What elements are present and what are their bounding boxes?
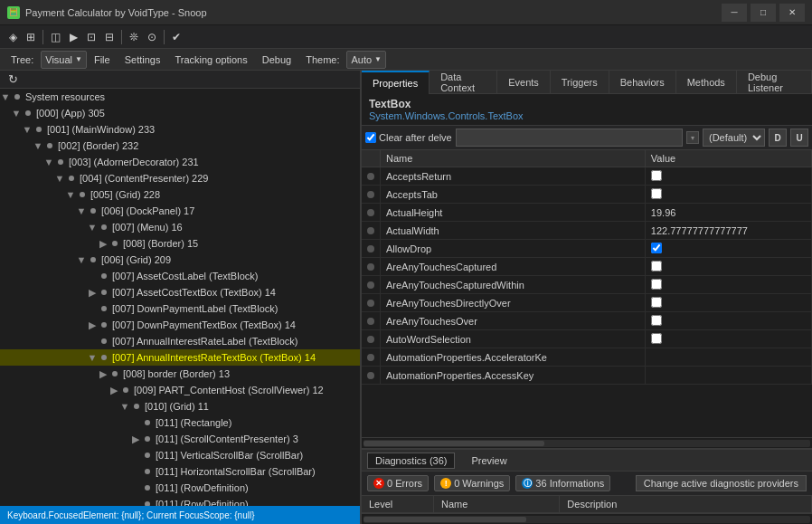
tree-item-adornerdecorator-231[interactable]: ▼[003] (AdornerDecorator) 231	[0, 154, 360, 170]
tree-expander[interactable]: ▶	[98, 236, 109, 251]
table-row[interactable]: AreAnyTouchesOver	[362, 312, 812, 330]
value-filter-dropdown[interactable]: (Default)	[703, 129, 765, 147]
tree-expander[interactable]: ▼	[87, 350, 98, 365]
warnings-badge[interactable]: ! 0 Warnings	[434, 475, 510, 491]
tree-item-annualinteresttextbox[interactable]: ▼[007] AnnualInterestRateTextBox (TextBo…	[0, 349, 360, 366]
tree-item-app-305[interactable]: ▼[000] (App) 305	[0, 105, 360, 121]
tree-expander[interactable]: ▼	[76, 252, 87, 267]
toolbar-icon-6[interactable]: ⊟	[100, 28, 118, 46]
tree-item-rowdef2[interactable]: [011] (RowDefinition)	[0, 496, 360, 506]
table-h-scrollbar[interactable]	[362, 437, 812, 448]
diagnostics-tab[interactable]: Diagnostics (36)	[367, 453, 455, 469]
menu-tree[interactable]: Tree:	[4, 50, 41, 70]
clear-after-delve-checkbox[interactable]	[365, 132, 376, 143]
tree-expander[interactable]: ▼	[54, 171, 65, 186]
prop-value[interactable]	[645, 258, 811, 276]
table-row[interactable]: ActualWidth122.77777777777777	[362, 222, 812, 240]
tree-expander[interactable]: ▶	[87, 285, 98, 300]
tab-methods[interactable]: Methods	[676, 71, 737, 94]
change-providers-button[interactable]: Change active diagnostic providers	[636, 475, 807, 491]
preview-tab[interactable]: Preview	[464, 453, 514, 468]
tree-expander[interactable]: ▼	[43, 155, 54, 169]
tree-expander[interactable]: ▼	[11, 106, 22, 120]
prop-value[interactable]	[645, 240, 811, 258]
prop-checkbox[interactable]	[651, 297, 662, 308]
tree-item-border-13[interactable]: ▶[008] border (Border) 13	[0, 366, 360, 382]
table-row[interactable]: AutomationProperties.AccessKey	[362, 367, 812, 385]
prop-value[interactable]	[645, 186, 811, 204]
table-row[interactable]: AutomationProperties.AcceleratorKe	[362, 348, 812, 367]
tree-item-grid-228[interactable]: ▼[005] (Grid) 228	[0, 186, 360, 203]
prop-checkbox[interactable]	[651, 333, 662, 344]
tree-item-dockpanel-17[interactable]: ▼[006] (DockPanel) 17	[0, 203, 360, 219]
table-row[interactable]: AreAnyTouchesCaptured	[362, 258, 812, 276]
prop-value[interactable]	[645, 294, 811, 312]
tree-expander[interactable]: ▶	[130, 432, 141, 446]
toolbar-icon-7[interactable]: ❊	[125, 28, 143, 46]
menu-tracking-options[interactable]: Tracking options	[167, 50, 254, 70]
tree-item-menu-16[interactable]: ▼[007] (Menu) 16	[0, 219, 360, 235]
tree-item-assetcosttextbox[interactable]: ▶[007] AssetCostTextBox (TextBox) 14	[0, 284, 360, 300]
tree-item-assetcostlabel[interactable]: [007] AssetCostLabel (TextBlock)	[0, 268, 360, 284]
tree-item-hscrollbar[interactable]: [011] HorizontalScrollBar (ScrollBar)	[0, 463, 360, 480]
tab-debug-listener[interactable]: Debug Listener	[737, 71, 812, 94]
menu-settings[interactable]: Settings	[118, 50, 168, 70]
tree-item-annualinterestlabel[interactable]: [007] AnnualInterestRateLabel (TextBlock…	[0, 333, 360, 349]
tree-item-rectangle[interactable]: [011] (Rectangle)	[0, 414, 360, 431]
tree-item-border-232[interactable]: ▼[002] (Border) 232	[0, 138, 360, 154]
prop-checkbox[interactable]	[651, 243, 662, 253]
prop-checkbox[interactable]	[651, 261, 662, 272]
menu-debug[interactable]: Debug	[255, 50, 298, 70]
tree-item-downpaymenttextbox[interactable]: ▶[007] DownPaymentTextBox (TextBox) 14	[0, 317, 360, 333]
prop-value[interactable]	[645, 276, 811, 294]
table-row[interactable]: AcceptsTab	[362, 186, 812, 204]
toolbar-icon-9[interactable]: ✔	[167, 28, 185, 46]
element-class[interactable]: System.Windows.Controls.TextBox	[369, 110, 805, 121]
tree-expander[interactable]: ▼	[65, 187, 76, 202]
table-row[interactable]: ActualHeight19.96	[362, 204, 812, 222]
toolbar-icon-2[interactable]: ⊞	[22, 28, 40, 46]
tree-item-mainwindow-233[interactable]: ▼[001] (MainWindow) 233	[0, 121, 360, 138]
tree-refresh-icon[interactable]: ↻	[4, 71, 22, 89]
table-row[interactable]: AcceptsReturn	[362, 167, 812, 186]
maximize-button[interactable]: □	[751, 4, 776, 22]
tree-expander[interactable]: ▶	[109, 383, 119, 397]
toolbar-icon-1[interactable]: ◈	[4, 28, 22, 46]
properties-table-wrapper[interactable]: Name Value AcceptsReturnAcceptsTabActual…	[362, 150, 812, 437]
toolbar-icon-4[interactable]: ▶	[64, 28, 82, 46]
tab-data-context[interactable]: Data Context	[430, 71, 497, 94]
tree-expander[interactable]: ▼	[76, 204, 87, 218]
tree-expander[interactable]: ▶	[98, 367, 109, 381]
prop-checkbox[interactable]	[651, 188, 662, 199]
tab-properties[interactable]: Properties	[362, 71, 430, 94]
tree-item-vscrollbar[interactable]: [011] VerticalScrollBar (ScrollBar)	[0, 447, 360, 463]
tree-item-scrollviewer-12[interactable]: ▶[009] PART_ContentHost (ScrollViewer) 1…	[0, 382, 360, 398]
tree-expander[interactable]: ▼	[0, 90, 11, 104]
tree-expander[interactable]: ▶	[87, 318, 98, 332]
u-button[interactable]: U	[790, 129, 808, 147]
prop-checkbox[interactable]	[651, 279, 662, 290]
tree-expander[interactable]: ▼	[33, 138, 43, 153]
toolbar-icon-3[interactable]: ◫	[46, 28, 64, 46]
menu-file[interactable]: File	[87, 50, 118, 70]
tree-item-grid-209[interactable]: ▼[006] (Grid) 209	[0, 252, 360, 268]
tree-expander[interactable]: ▼	[22, 122, 33, 137]
tree-expander[interactable]: ▼	[119, 399, 130, 414]
element-tree[interactable]: ▼System resources▼[000] (App) 305▼[001] …	[0, 89, 360, 506]
tree-item-scrollcontentpresenter[interactable]: ▶[011] (ScrollContentPresenter) 3	[0, 431, 360, 447]
d-button[interactable]: D	[769, 129, 787, 147]
prop-value[interactable]	[645, 330, 811, 348]
tree-item-border-15[interactable]: ▶[008] (Border) 15	[0, 235, 360, 252]
toolbar-icon-8[interactable]: ⊙	[143, 28, 161, 46]
prop-value[interactable]	[645, 312, 811, 330]
menu-visual-dropdown[interactable]: Visual ▼	[41, 51, 87, 69]
tree-item-contentpresenter-229[interactable]: ▼[004] (ContentPresenter) 229	[0, 170, 360, 186]
table-row[interactable]: AllowDrop	[362, 240, 812, 258]
table-row[interactable]: AutoWordSelection	[362, 330, 812, 348]
tree-item-rowdef1[interactable]: [011] (RowDefinition)	[0, 480, 360, 496]
tree-expander[interactable]: ▼	[87, 220, 98, 234]
tree-item-grid-11[interactable]: ▼[010] (Grid) 11	[0, 398, 360, 414]
prop-checkbox[interactable]	[651, 315, 662, 326]
tab-triggers[interactable]: Triggers	[551, 71, 609, 94]
tree-item-downpaymentlabel[interactable]: [007] DownPaymentLabel (TextBlock)	[0, 300, 360, 317]
